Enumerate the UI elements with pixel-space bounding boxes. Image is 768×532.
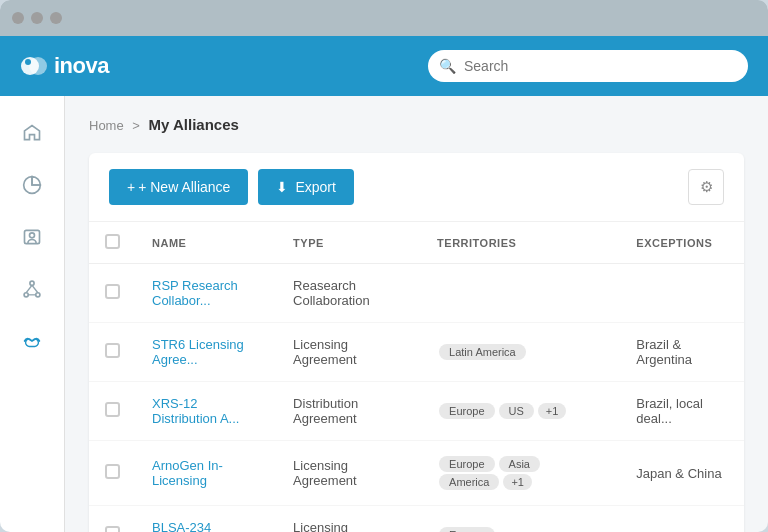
traffic-light-minimize[interactable] <box>31 12 43 24</box>
row-type: Licensing Agreement <box>277 323 421 382</box>
row-name[interactable]: STR6 Licensing Agree... <box>136 323 277 382</box>
row-territories: EuropeAsiaAmerica+1 <box>421 441 620 506</box>
svg-point-4 <box>30 233 35 238</box>
territory-tag: +1 <box>538 403 567 419</box>
traffic-light-close[interactable] <box>12 12 24 24</box>
sidebar <box>0 96 65 532</box>
logo-text: inova <box>54 53 109 79</box>
table-row: BLSA-234 LicensingLicensing AgreementEur… <box>89 506 744 533</box>
sidebar-item-network[interactable] <box>11 268 53 310</box>
chart-icon <box>22 175 42 195</box>
network-icon <box>22 279 42 299</box>
row-name[interactable]: BLSA-234 Licensing <box>136 506 277 533</box>
logo[interactable]: inova <box>20 52 109 80</box>
alliances-table: NAME TYPE TERRITORIES EXCEPTIONS <box>89 222 744 532</box>
row-territories: EuropeUS+1 <box>421 382 620 441</box>
territory-tag: America <box>439 474 499 490</box>
row-checkbox[interactable] <box>105 464 120 479</box>
new-alliance-button[interactable]: + + New Alliance <box>109 169 248 205</box>
traffic-light-maximize[interactable] <box>50 12 62 24</box>
download-icon: ⬇ <box>276 179 288 195</box>
table-row: STR6 Licensing Agree...Licensing Agreeme… <box>89 323 744 382</box>
row-exceptions: Brazil, local deal... <box>620 382 744 441</box>
main-content: Home > My Alliances + + New Alliance ⬇ E… <box>65 96 768 532</box>
svg-point-7 <box>36 293 40 297</box>
svg-line-9 <box>32 285 38 293</box>
svg-point-2 <box>25 59 31 65</box>
content-card: + + New Alliance ⬇ Export ⚙ <box>89 153 744 532</box>
column-territories: TERRITORIES <box>421 222 620 264</box>
breadcrumb-home[interactable]: Home <box>89 118 124 133</box>
sidebar-item-contacts[interactable] <box>11 216 53 258</box>
logo-icon <box>20 52 48 80</box>
territory-tag: +1 <box>503 474 532 490</box>
alliances-icon <box>21 330 43 352</box>
row-type: Reasearch Collaboration <box>277 264 421 323</box>
row-exceptions <box>620 506 744 533</box>
search-bar: 🔍 <box>428 50 748 82</box>
svg-line-8 <box>26 285 32 293</box>
row-exceptions: Japan & China <box>620 441 744 506</box>
row-territories: Europe <box>421 506 620 533</box>
header-checkbox[interactable] <box>105 234 120 249</box>
gear-icon: ⚙ <box>700 178 713 196</box>
row-territories: Latin America <box>421 323 620 382</box>
row-checkbox[interactable] <box>105 402 120 417</box>
settings-button[interactable]: ⚙ <box>688 169 724 205</box>
traffic-lights <box>12 12 62 24</box>
column-exceptions: EXCEPTIONS <box>620 222 744 264</box>
row-checkbox[interactable] <box>105 343 120 358</box>
row-type: Distribution Agreement <box>277 382 421 441</box>
home-icon <box>22 123 42 143</box>
sidebar-item-chart[interactable] <box>11 164 53 206</box>
row-type: Licensing Agreement <box>277 441 421 506</box>
title-bar <box>0 0 768 36</box>
territory-tag: US <box>499 403 534 419</box>
plus-icon: + <box>127 179 135 195</box>
contacts-icon <box>22 227 42 247</box>
row-exceptions: Brazil & Argentina <box>620 323 744 382</box>
table-row: XRS-12 Distribution A...Distribution Agr… <box>89 382 744 441</box>
top-nav: inova 🔍 <box>0 36 768 96</box>
row-exceptions <box>620 264 744 323</box>
territory-tag: Asia <box>499 456 540 472</box>
territory-tag: Latin America <box>439 344 526 360</box>
export-button[interactable]: ⬇ Export <box>258 169 353 205</box>
svg-point-1 <box>29 57 47 75</box>
search-icon: 🔍 <box>439 58 456 74</box>
table-row: RSP Research Collabor...Reasearch Collab… <box>89 264 744 323</box>
export-label: Export <box>295 179 335 195</box>
column-type: TYPE <box>277 222 421 264</box>
row-type: Licensing Agreement <box>277 506 421 533</box>
svg-point-6 <box>24 293 28 297</box>
row-name[interactable]: XRS-12 Distribution A... <box>136 382 277 441</box>
breadcrumb-current: My Alliances <box>149 116 239 133</box>
territory-tag: Europe <box>439 456 494 472</box>
breadcrumb: Home > My Alliances <box>89 116 744 133</box>
row-checkbox[interactable] <box>105 526 120 532</box>
sidebar-item-home[interactable] <box>11 112 53 154</box>
app-body: Home > My Alliances + + New Alliance ⬇ E… <box>0 96 768 532</box>
territory-tag: Europe <box>439 527 494 532</box>
table-row: ArnoGen In-LicensingLicensing AgreementE… <box>89 441 744 506</box>
row-territories <box>421 264 620 323</box>
search-input[interactable] <box>428 50 748 82</box>
sidebar-item-alliances[interactable] <box>11 320 53 362</box>
new-alliance-label: + New Alliance <box>138 179 230 195</box>
row-name[interactable]: ArnoGen In-Licensing <box>136 441 277 506</box>
territory-tag: Europe <box>439 403 494 419</box>
row-name[interactable]: RSP Research Collabor... <box>136 264 277 323</box>
column-check <box>89 222 136 264</box>
table-header-row: NAME TYPE TERRITORIES EXCEPTIONS <box>89 222 744 264</box>
breadcrumb-separator: > <box>132 118 140 133</box>
action-bar: + + New Alliance ⬇ Export ⚙ <box>89 153 744 222</box>
svg-point-5 <box>30 281 34 285</box>
row-checkbox[interactable] <box>105 284 120 299</box>
column-name: NAME <box>136 222 277 264</box>
